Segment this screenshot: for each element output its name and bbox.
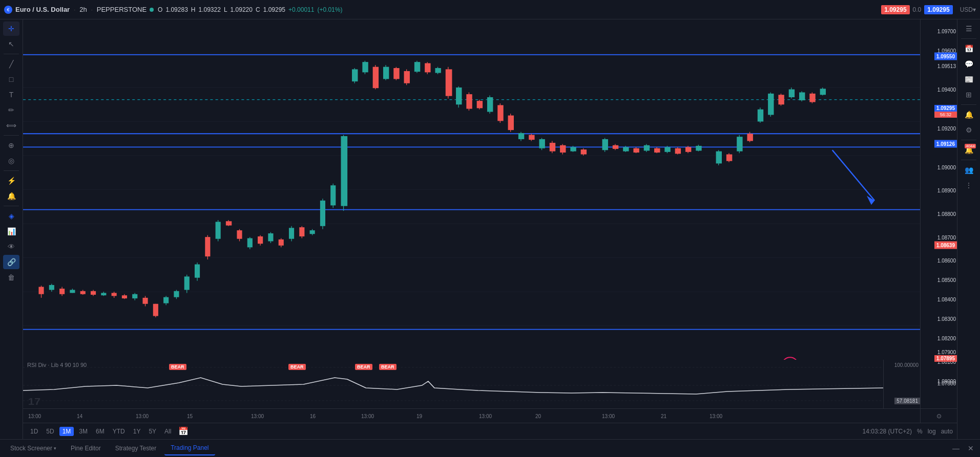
svg-rect-57 [247,238,253,248]
svg-rect-151 [758,110,763,122]
tf-all-btn[interactable]: All [161,427,174,436]
text-tool-btn[interactable]: T [3,88,19,102]
auto-btn[interactable]: auto [941,428,953,435]
tf-1m-btn[interactable]: 1M [59,427,74,436]
svg-rect-168 [23,360,883,408]
svg-rect-93 [435,68,441,73]
trash-btn[interactable]: 🗑 [3,270,19,285]
rsi-label: RSI Div · Lib 4 90 10 90 [27,362,87,368]
separator: · [74,7,75,13]
alerts-right-btn[interactable]: 🔔 [961,107,977,122]
stock-screener-label: Stock Screener [10,445,52,452]
toolbar-sep3 [4,170,19,171]
tf-3m-btn[interactable]: 3M [76,427,91,436]
tab-trading-panel[interactable]: Trading Panel [164,441,215,455]
svg-rect-43 [174,291,179,297]
price-value: 0.0 [913,6,922,13]
zoom-icon-btn[interactable]: ⊕ [3,138,19,153]
price-label-08900: 1.08900 [937,188,956,193]
svg-text:16: 16 [310,414,316,419]
svg-rect-29 [101,293,106,295]
shapes-tool-btn[interactable]: □ [3,72,19,86]
svg-rect-81 [373,67,379,89]
eye-btn[interactable]: 👁 [3,240,19,254]
svg-rect-49 [205,237,210,256]
toolbar-sep2 [4,135,19,136]
svg-rect-89 [414,62,420,72]
chart-type-btn[interactable]: 📊 [3,224,19,238]
svg-rect-127 [623,147,629,151]
svg-text:13:00: 13:00 [136,414,149,419]
goto-date-icon[interactable]: ⊙ [936,412,942,420]
bear-label-4: BEAR [379,364,397,370]
price-badge-red[interactable]: 1.09295 [881,5,909,14]
svg-rect-63 [279,240,284,246]
svg-rect-119 [570,147,576,151]
svg-rect-117 [560,145,566,153]
price-badge-09126: 1.09126 [934,140,957,148]
rt-sep1 [961,38,976,39]
svg-rect-73 [330,185,336,205]
chart-layout-btn[interactable]: ◈ [3,209,19,223]
svg-rect-87 [404,71,410,83]
svg-rect-95 [446,69,452,96]
svg-rect-125 [613,145,618,149]
current-price-group: 1.09295 56:32 [934,105,957,118]
date-range-icon[interactable]: 📅 [178,426,189,436]
x-axis-svg: 13:00 14 13:00 15 13:00 16 13:00 19 13:0… [23,409,920,423]
x-axis: 13:00 14 13:00 15 13:00 16 13:00 19 13:0… [23,408,920,423]
measure-tool-btn[interactable]: ⟺ [3,118,19,133]
tf-5d-btn[interactable]: 5D [43,427,57,436]
community-btn[interactable]: 👥 [961,163,977,177]
chat-btn[interactable]: 💬 [961,57,977,71]
cursor-tool-btn[interactable]: ↖ [3,37,19,51]
main-chart[interactable]: ⚡ [23,19,920,360]
rt-sep3 [961,140,976,140]
indicators-btn[interactable]: ⚡ [3,173,19,188]
alerts-btn[interactable]: 🔔 [3,189,19,203]
svg-text:17: 17 [28,397,40,407]
tf-ytd-btn[interactable]: YTD [110,427,128,436]
link-btn[interactable]: 🔗 [3,255,19,269]
price-label-08300: 1.08300 [937,316,956,322]
svg-rect-79 [362,62,368,72]
svg-rect-21 [59,289,65,294]
svg-rect-91 [425,63,430,73]
tf-5y-btn[interactable]: 5Y [145,427,159,436]
magnet-tool-btn[interactable]: ◎ [3,154,19,168]
screener-btn[interactable]: ⊞ [961,88,977,102]
tf-6m-btn[interactable]: 6M [93,427,108,436]
symbol-name[interactable]: Euro / U.S. Dollar [15,6,70,13]
timeframe-label[interactable]: 2h [79,6,87,13]
watchlist-btn[interactable]: ☰ [961,21,977,36]
price-07900: 1.07900 [937,350,957,355]
svg-text:14: 14 [77,414,83,419]
right-toolbar: ☰ 📅 💬 📰 ⊞ 🔔 ⚙ 🔔 4044 👥 ⋮ [957,19,980,439]
currency-selector[interactable]: USD▾ [960,6,976,13]
log-btn[interactable]: log [928,428,936,435]
candlestick-chart[interactable]: ⚡ [23,19,920,360]
svg-text:13:00: 13:00 [479,414,492,419]
tf-1d-btn[interactable]: 1D [27,427,41,436]
open-label: O [158,6,162,13]
svg-rect-129 [633,148,639,153]
crosshair-tool-btn[interactable]: ✛ [3,21,19,36]
tab-stock-screener[interactable]: Stock Screener ▾ [4,442,62,455]
minimize-footer-btn[interactable]: — [950,443,962,453]
percent-btn[interactable]: % [917,428,923,435]
tab-pine-editor[interactable]: Pine Editor [65,442,107,455]
svg-rect-133 [654,148,660,153]
news-btn[interactable]: 📰 [961,72,977,86]
pine-editor-label: Pine Editor [71,445,101,452]
notification-badge-container[interactable]: 🔔 4044 [961,143,977,157]
line-tool-btn[interactable]: ╱ [3,57,19,71]
price-badge-blue[interactable]: 1.09295 [924,5,952,14]
more-options-btn[interactable]: ⋮ [961,178,977,192]
brush-tool-btn[interactable]: ✏ [3,103,19,117]
tab-strategy-tester[interactable]: Strategy Tester [109,442,162,455]
rt-sep4 [961,160,976,160]
settings-btn[interactable]: ⚙ [961,123,977,137]
calendar-btn[interactable]: 📅 [961,41,977,56]
close-footer-btn[interactable]: ✕ [966,443,976,453]
tf-1y-btn[interactable]: 1Y [130,427,144,436]
